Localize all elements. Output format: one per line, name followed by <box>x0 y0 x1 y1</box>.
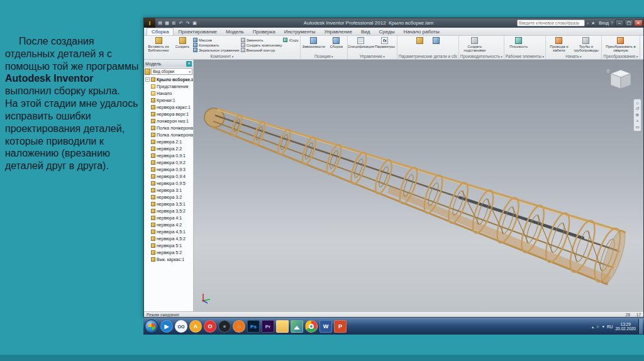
tree-item[interactable]: нервюра 5:1 <box>145 242 193 249</box>
ribbon-tab[interactable]: Проектирование <box>174 28 221 35</box>
tree-item[interactable]: Вык. каркас:1 <box>145 256 193 263</box>
viewport-3d[interactable]: ⌂↺⊕+▭ <box>194 60 643 311</box>
tree-item[interactable]: Крючки:1 <box>145 97 193 104</box>
sign-in-label[interactable]: Вход <box>599 21 609 25</box>
favorites-icon[interactable]: ★ <box>591 21 595 26</box>
navigation-tool-icon[interactable]: ⊕ <box>636 113 640 118</box>
ribbon-tab[interactable]: Инструменты <box>280 28 320 35</box>
tree-item[interactable]: нервюра 0,9:2 <box>145 159 193 166</box>
application-menu-button[interactable]: I <box>144 18 155 28</box>
taskbar-media-player[interactable]: ▶ <box>160 320 173 333</box>
taskbar-openoffice[interactable]: OO <box>175 320 187 333</box>
ribbon-tab[interactable]: Проверка <box>248 28 280 35</box>
tree-item[interactable]: нервюра каркс:1 <box>145 104 193 111</box>
pattern-button[interactable]: Массив <box>193 38 240 42</box>
tree-item[interactable]: нервюра верх:1 <box>145 111 193 118</box>
ribbon-tab[interactable]: Сборка <box>147 28 174 35</box>
work-plane-button[interactable]: Плоскость <box>506 36 532 53</box>
taskbar-word[interactable]: W <box>319 320 332 333</box>
group-label-position[interactable]: Позиция <box>302 53 346 59</box>
tree-item[interactable]: Начало <box>145 90 193 97</box>
tree-item[interactable]: нервюра 4,5:2 <box>145 235 193 242</box>
tree-item[interactable]: Полка лонжерона:2 <box>145 131 193 138</box>
navigation-tool-icon[interactable]: ↺ <box>636 106 640 111</box>
minimize-button[interactable]: – <box>615 19 624 26</box>
tree-item[interactable]: нервюра 5:2 <box>145 249 193 256</box>
tree-item[interactable]: нервюра 3:1 <box>145 187 193 194</box>
ribbon-tab[interactable]: Среды <box>374 28 399 35</box>
navigation-tool-icon[interactable]: ▭ <box>635 125 640 130</box>
taskbar-image-viewer[interactable] <box>291 320 303 333</box>
tree-item[interactable]: нервюра 2:1 <box>145 138 193 145</box>
create-layout-button[interactable]: Создать компоновку <box>241 43 282 47</box>
assemble-button[interactable]: Сборка <box>327 36 346 53</box>
tree-item[interactable]: Представления <box>145 83 193 90</box>
taskbar-powerpoint[interactable]: P <box>334 320 347 333</box>
taskbar-chrome[interactable] <box>305 320 318 333</box>
constrain-button[interactable]: Зависимости <box>302 36 326 53</box>
tray-show-hidden-icon[interactable]: ▴ <box>592 325 594 329</box>
shrinkwrap-button[interactable]: Внешний контур <box>241 48 282 52</box>
copy-button[interactable]: Копировать <box>193 43 240 47</box>
tree-item[interactable]: нервюра 3,5:2 <box>145 208 193 214</box>
taskbar-app-dark[interactable]: ● <box>218 320 231 333</box>
group-label-iparts[interactable]: Параметрические детали и сборки <box>399 53 457 59</box>
quick-access-icon[interactable]: ▣ <box>192 20 197 26</box>
tree-item[interactable]: нервюра 4:1 <box>145 214 193 221</box>
tree-item[interactable]: нервюра 4:2 <box>145 221 193 228</box>
ilogic-button[interactable] <box>428 36 443 53</box>
quick-access-icon[interactable]: ▤ <box>157 20 163 26</box>
view-representation-dropdown[interactable]: Вид сборки <box>151 68 192 75</box>
tree-item[interactable]: нервюра 0,9:5 <box>145 180 193 187</box>
taskbar-premiere[interactable]: Pr <box>262 320 274 333</box>
tree-item[interactable]: нервюра 3,5:1 <box>145 201 193 208</box>
bom-button[interactable]: Спецификация <box>349 36 373 53</box>
group-label-convert[interactable]: Преобразование <box>603 53 638 59</box>
tree-item[interactable]: нервюра 2:2 <box>145 145 193 152</box>
parameters-button[interactable]: fx Параметры <box>374 36 396 53</box>
navigation-tool-icon[interactable]: + <box>636 119 638 123</box>
tray-volume-icon[interactable]: ● <box>602 325 604 328</box>
taskbar-explorer[interactable] <box>276 320 289 333</box>
navigation-tool-icon[interactable]: ⌂ <box>636 101 638 105</box>
tray-clock[interactable]: 13:29 20.02.2020 <box>615 322 636 331</box>
show-desktop-button[interactable] <box>638 319 643 334</box>
help-icon[interactable]: ? <box>611 21 613 25</box>
tree-item[interactable]: лонжерон низ:1 <box>145 118 193 125</box>
taskbar-opera[interactable]: O <box>204 320 216 333</box>
quick-access-icon[interactable]: ↶ <box>178 20 184 26</box>
ribbon-tab[interactable]: Модель <box>221 28 248 35</box>
browser-close-icon[interactable]: ✕ <box>186 61 192 67</box>
taskbar-antivirus[interactable]: A <box>189 320 202 333</box>
group-label-workfeatures[interactable]: Рабочие элементы <box>506 53 544 59</box>
mirror-button[interactable]: Зеркальное отражение <box>193 48 240 52</box>
tree-item[interactable]: нервюра 4,5:1 <box>145 228 193 235</box>
group-label-component[interactable]: Компонент <box>145 53 299 59</box>
taskbar-photoshop[interactable]: Ps <box>247 320 260 333</box>
quick-access-icon[interactable]: ⊞ <box>171 20 177 26</box>
group-label-manage[interactable]: Управление <box>349 53 396 59</box>
quick-access-icon[interactable]: ↷ <box>185 20 191 26</box>
icopy-button[interactable]: iCopy <box>283 38 298 42</box>
language-indicator[interactable]: RU <box>607 325 613 329</box>
expander-icon[interactable] <box>145 77 150 82</box>
replace-button[interactable]: Заменить <box>241 38 282 42</box>
ribbon-tab[interactable]: Управление <box>320 28 357 35</box>
search-icon[interactable]: ⌕ <box>587 21 589 26</box>
tray-action-center-icon[interactable]: ⚐ <box>596 325 599 329</box>
ribbon-tab[interactable]: Вид <box>357 28 374 35</box>
help-search-input[interactable] <box>517 19 585 26</box>
close-button[interactable]: ✕ <box>634 19 643 26</box>
group-label-begin[interactable]: Начать <box>547 53 600 59</box>
cable-harness-button[interactable]: Провода и кабели <box>547 36 571 53</box>
create-component-button[interactable]: Создать <box>173 36 192 53</box>
tube-pipe-button[interactable]: Трубы и трубопроводы <box>572 36 600 53</box>
quick-access-icon[interactable]: ▦ <box>164 20 170 26</box>
tree-item[interactable]: нервюра 3:2 <box>145 194 193 201</box>
browser-panel-header[interactable]: Модель ✕ <box>144 60 193 67</box>
start-button[interactable] <box>145 319 158 333</box>
tree-item[interactable]: нервюра 0,9:1 <box>145 152 193 159</box>
tree-item[interactable]: нервюра 0,9:3 <box>145 166 193 173</box>
place-component-button[interactable]: Вставить из Библиотеки компонентов <box>145 36 172 53</box>
tree-item[interactable]: нервюра 0,9:4 <box>145 173 193 180</box>
